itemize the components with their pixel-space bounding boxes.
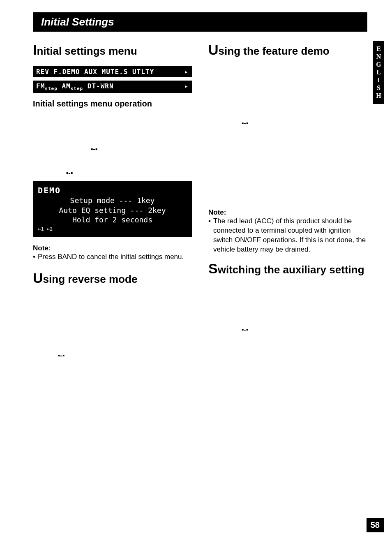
lcd-line-1: Setup mode --- 1key	[38, 196, 187, 205]
heading-cap: U	[208, 42, 219, 58]
arrow-right-icon: ▸	[184, 68, 189, 76]
arrow-right-icon: ▸	[184, 82, 189, 90]
heading-rest: witching the auxiliary setting	[218, 263, 364, 276]
arrow-marker-icon: ▪-▪	[90, 146, 98, 153]
note-body: • The red lead (ACC) of this product sho…	[208, 217, 367, 254]
lcd-line-3: Hold for 2 seconds	[38, 215, 187, 224]
heading-cap: S	[208, 261, 218, 276]
section-banner: Initial Settings	[33, 12, 367, 32]
lcd-bottom: ↔1 ↔2	[38, 226, 187, 233]
arrow-marker-icon: ▪-▪	[241, 120, 249, 127]
arrow-marker-icon: ▪-▪	[66, 169, 73, 177]
heading-rest: nitial settings menu	[37, 45, 137, 57]
display-strip-1: REV F.DEMO AUX MUTE.S UTLTY ▸	[33, 66, 192, 77]
page-number: 58	[367, 518, 384, 532]
lcd-demo-block: DEMO Setup mode --- 1key Auto EQ setting…	[33, 181, 192, 237]
lcd-line-2: Auto EQ setting --- 2key	[38, 206, 187, 215]
note-label: Note:	[208, 208, 367, 217]
d2e: DT-WRN	[83, 82, 113, 90]
left-column: Initial settings menu REV F.DEMO AUX MUT…	[33, 42, 192, 359]
heading-aux-setting: Switching the auxiliary setting	[208, 261, 367, 277]
bullet-icon: •	[208, 217, 211, 254]
heading-rest: sing the feature demo	[219, 45, 330, 57]
d2c: AM	[58, 82, 71, 90]
heading-rest: sing reverse mode	[43, 273, 138, 285]
language-tab: ENGLISH	[373, 41, 384, 104]
heading-initial-settings-menu: Initial settings menu	[33, 42, 192, 58]
d2d: step	[71, 86, 83, 91]
note-text: The red lead (ACC) of this product shoul…	[213, 217, 367, 254]
note-body: • Press BAND to cancel the initial setti…	[33, 252, 192, 262]
right-column: Using the feature demo ▪-▪ Note: • The r…	[208, 42, 367, 359]
arrow-marker-icon: ▪-▪	[58, 352, 65, 359]
lcd-label: DEMO	[38, 185, 187, 196]
heading-reverse-mode: Using reverse mode	[33, 270, 192, 286]
heading-feature-demo: Using the feature demo	[208, 42, 367, 58]
note-label: Note:	[33, 244, 192, 252]
display-text-1: REV F.DEMO AUX MUTE.S UTLTY	[36, 68, 154, 76]
d2a: FM	[36, 82, 45, 90]
arrow-marker-icon: ▪-▪	[241, 326, 249, 333]
heading-cap: U	[33, 270, 43, 286]
display-strip-2: FMstep AMstep DT-WRN ▸	[33, 81, 192, 93]
note-text: Press BAND to cancel the initial setting…	[38, 252, 184, 262]
bullet-icon: •	[33, 252, 35, 262]
heading-operation: Initial settings menu operation	[33, 99, 192, 109]
d2b: step	[45, 86, 58, 91]
